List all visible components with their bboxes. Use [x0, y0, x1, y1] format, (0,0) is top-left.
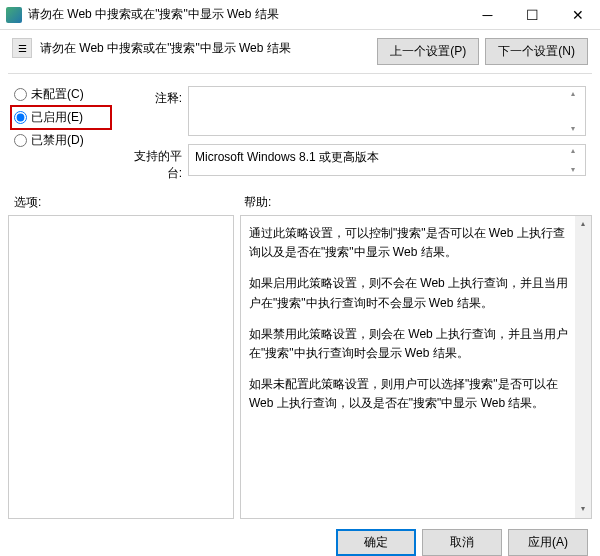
config-area: 未配置(C) 已启用(E) 已禁用(D) 注释: ▴▾ 支持的平台: Micro… [0, 80, 600, 192]
radio-enabled[interactable]: 已启用(E) [10, 105, 112, 130]
previous-setting-button[interactable]: 上一个设置(P) [377, 38, 479, 65]
apply-button[interactable]: 应用(A) [508, 529, 588, 556]
help-scrollbar[interactable]: ▴▾ [575, 216, 591, 518]
scrollbar[interactable]: ▴▾ [571, 146, 583, 174]
policy-title: 请勿在 Web 中搜索或在"搜索"中显示 Web 结果 [40, 38, 369, 57]
help-label: 帮助: [244, 194, 271, 211]
help-box: 通过此策略设置，可以控制"搜索"是否可以在 Web 上执行查询以及是否在"搜索"… [240, 215, 592, 519]
radio-group: 未配置(C) 已启用(E) 已禁用(D) [14, 86, 104, 182]
platform-text: Microsoft Windows 8.1 或更高版本 [195, 150, 379, 164]
radio-not-configured[interactable]: 未配置(C) [14, 86, 104, 103]
window-buttons: ─ ☐ ✕ [465, 0, 600, 30]
radio-enabled-input[interactable] [14, 111, 27, 124]
titlebar: 请勿在 Web 中搜索或在"搜索"中显示 Web 结果 ─ ☐ ✕ [0, 0, 600, 30]
comment-textbox[interactable]: ▴▾ [188, 86, 586, 136]
comment-label: 注释: [120, 86, 182, 107]
lower-panels: 通过此策略设置，可以控制"搜索"是否可以在 Web 上执行查询以及是否在"搜索"… [0, 215, 600, 519]
divider [8, 73, 592, 74]
header: ☰ 请勿在 Web 中搜索或在"搜索"中显示 Web 结果 上一个设置(P) 下… [0, 30, 600, 73]
ok-button[interactable]: 确定 [336, 529, 416, 556]
app-icon [6, 7, 22, 23]
maximize-button[interactable]: ☐ [510, 0, 555, 30]
help-p4: 如果未配置此策略设置，则用户可以选择"搜索"是否可以在 Web 上执行查询，以及… [249, 375, 573, 413]
next-setting-button[interactable]: 下一个设置(N) [485, 38, 588, 65]
radio-disabled[interactable]: 已禁用(D) [14, 132, 104, 149]
help-p3: 如果禁用此策略设置，则会在 Web 上执行查询，并且当用户在"搜索"中执行查询时… [249, 325, 573, 363]
close-button[interactable]: ✕ [555, 0, 600, 30]
window-title: 请勿在 Web 中搜索或在"搜索"中显示 Web 结果 [28, 6, 465, 23]
radio-disabled-input[interactable] [14, 134, 27, 147]
platform-textbox: Microsoft Windows 8.1 或更高版本 ▴▾ [188, 144, 586, 176]
fields: 注释: ▴▾ 支持的平台: Microsoft Windows 8.1 或更高版… [120, 86, 586, 182]
help-p1: 通过此策略设置，可以控制"搜索"是否可以在 Web 上执行查询以及是否在"搜索"… [249, 224, 573, 262]
platform-label: 支持的平台: [120, 144, 182, 182]
section-labels: 选项: 帮助: [0, 192, 600, 215]
options-label: 选项: [14, 194, 244, 211]
scrollbar[interactable]: ▴▾ [571, 89, 583, 133]
cancel-button[interactable]: 取消 [422, 529, 502, 556]
radio-enabled-label[interactable]: 已启用(E) [31, 109, 83, 126]
radio-not-configured-input[interactable] [14, 88, 27, 101]
footer: 确定 取消 应用(A) [0, 519, 600, 556]
policy-icon: ☰ [12, 38, 32, 58]
help-p2: 如果启用此策略设置，则不会在 Web 上执行查询，并且当用户在"搜索"中执行查询… [249, 274, 573, 312]
radio-not-configured-label[interactable]: 未配置(C) [31, 86, 84, 103]
radio-disabled-label[interactable]: 已禁用(D) [31, 132, 84, 149]
options-box [8, 215, 234, 519]
minimize-button[interactable]: ─ [465, 0, 510, 30]
